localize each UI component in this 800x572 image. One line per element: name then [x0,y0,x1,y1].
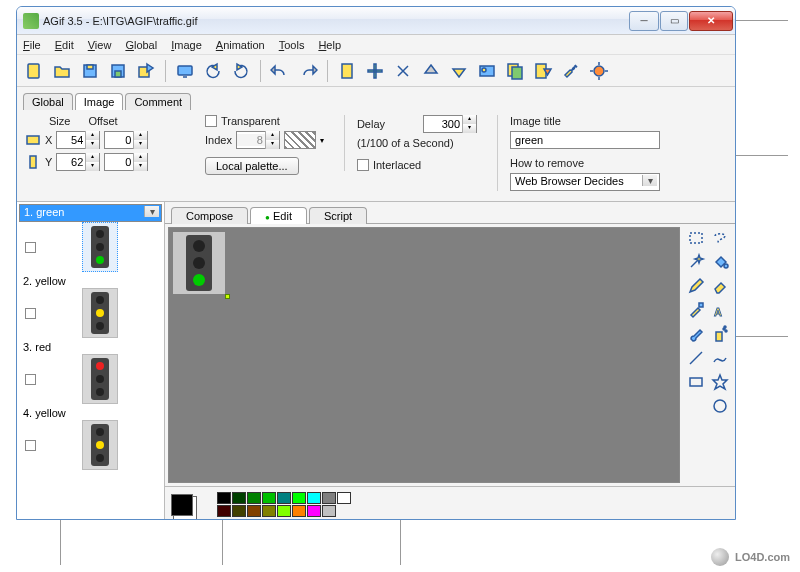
pencil-tool[interactable] [685,275,707,297]
image-title-input[interactable] [510,131,660,149]
maximize-button[interactable]: ▭ [660,11,688,31]
ellipse-tool[interactable] [685,395,707,417]
y-offset-input[interactable] [105,156,133,168]
move-up-button[interactable] [418,58,444,84]
redo-button[interactable] [295,58,321,84]
frame-checkbox[interactable] [25,440,36,451]
menu-file[interactable]: File [23,39,41,51]
frame-list[interactable]: 1. green 2. yellow 3. red 4. yellow [17,202,165,520]
menu-global[interactable]: Global [125,39,157,51]
brush-tool[interactable] [685,323,707,345]
color-swatch[interactable] [277,492,291,504]
color-swatch[interactable] [262,492,276,504]
frame-item-1[interactable]: 1. green [19,204,162,272]
rounded-rect-tool[interactable] [709,395,731,417]
color-swatch[interactable] [232,492,246,504]
fill-tool[interactable] [709,251,731,273]
close-button[interactable]: ✕ [689,11,733,31]
preview-button[interactable] [172,58,198,84]
save-button[interactable] [77,58,103,84]
minimize-button[interactable]: ─ [629,11,659,31]
frame-item-4[interactable]: 4. yellow [19,406,162,470]
y-size-input[interactable] [57,156,85,168]
color-swatch[interactable] [307,505,321,517]
color-swatch[interactable] [322,505,336,517]
select-rect-tool[interactable] [685,227,707,249]
frame-label[interactable]: 3. red [19,340,162,354]
local-palette-button[interactable]: Local palette... [205,157,299,175]
color-swatch[interactable] [247,505,261,517]
color-swatch[interactable] [337,492,351,504]
color-swatch[interactable] [247,492,261,504]
duplicate-button[interactable] [502,58,528,84]
magic-wand-tool[interactable] [685,251,707,273]
y-size-spinner[interactable]: ▴▾ [56,153,100,171]
subtab-compose[interactable]: Compose [171,207,248,224]
x-size-input[interactable] [57,134,85,146]
add-frame-button[interactable] [334,58,360,84]
color-swatch[interactable] [307,492,321,504]
polygon-tool[interactable] [709,371,731,393]
menu-animation[interactable]: Animation [216,39,265,51]
reverse-button[interactable] [200,58,226,84]
rect-tool[interactable] [685,371,707,393]
color-swatch[interactable] [292,492,306,504]
tab-comment[interactable]: Comment [125,93,191,110]
tab-image[interactable]: Image [75,93,124,110]
how-remove-select[interactable]: Web Browser Decides [510,173,660,191]
color-swatch[interactable] [232,505,246,517]
menu-view[interactable]: View [88,39,112,51]
color-swatch[interactable] [322,492,336,504]
open-button[interactable] [49,58,75,84]
image-props-button[interactable] [474,58,500,84]
move-down-button[interactable] [446,58,472,84]
subtab-script[interactable]: Script [309,207,367,224]
x-size-spinner[interactable]: ▴▾ [56,131,100,149]
delay-input[interactable] [424,118,462,130]
frame-checkbox[interactable] [25,308,36,319]
tab-global[interactable]: Global [23,93,73,110]
eraser-tool[interactable] [709,275,731,297]
frame-label[interactable]: 4. yellow [19,406,162,420]
subtab-edit[interactable]: ● Edit [250,207,307,224]
x-offset-input[interactable] [105,134,133,146]
delay-spinner[interactable]: ▴▾ [423,115,477,133]
menu-edit[interactable]: Edit [55,39,74,51]
transparency-pattern[interactable] [284,131,316,149]
frame-label[interactable]: 2. yellow [19,274,162,288]
menu-tools[interactable]: Tools [279,39,305,51]
frame-thumbnail[interactable] [82,222,118,272]
line-tool[interactable] [685,347,707,369]
transparent-checkbox[interactable] [205,115,217,127]
resize-handle[interactable] [225,294,230,299]
frame-thumbnail[interactable] [82,354,118,404]
frame-checkbox[interactable] [25,242,36,253]
x-offset-spinner[interactable]: ▴▾ [104,131,148,149]
frame-item-2[interactable]: 2. yellow [19,274,162,338]
canvas[interactable] [168,227,680,483]
frame-thumbnail[interactable] [82,288,118,338]
eyedropper-tool[interactable] [685,299,707,321]
current-color[interactable] [171,494,193,516]
interlaced-checkbox[interactable] [357,159,369,171]
color-swatch[interactable] [217,492,231,504]
color-swatch[interactable] [217,505,231,517]
color-swatch[interactable] [292,505,306,517]
menu-image[interactable]: Image [171,39,202,51]
settings-button[interactable] [558,58,584,84]
effects-button[interactable] [586,58,612,84]
frame-thumbnail[interactable] [82,420,118,470]
lasso-tool[interactable] [709,227,731,249]
spray-tool[interactable] [709,323,731,345]
new-button[interactable] [21,58,47,84]
text-tool[interactable]: A [709,299,731,321]
export-button[interactable] [133,58,159,84]
save-as-button[interactable] [105,58,131,84]
menu-help[interactable]: Help [318,39,341,51]
insert-frame-button[interactable] [362,58,388,84]
canvas-image[interactable] [173,232,225,294]
color-swatch[interactable] [262,505,276,517]
undo-button[interactable] [267,58,293,84]
curve-tool[interactable] [709,347,731,369]
delete-frame-button[interactable] [390,58,416,84]
